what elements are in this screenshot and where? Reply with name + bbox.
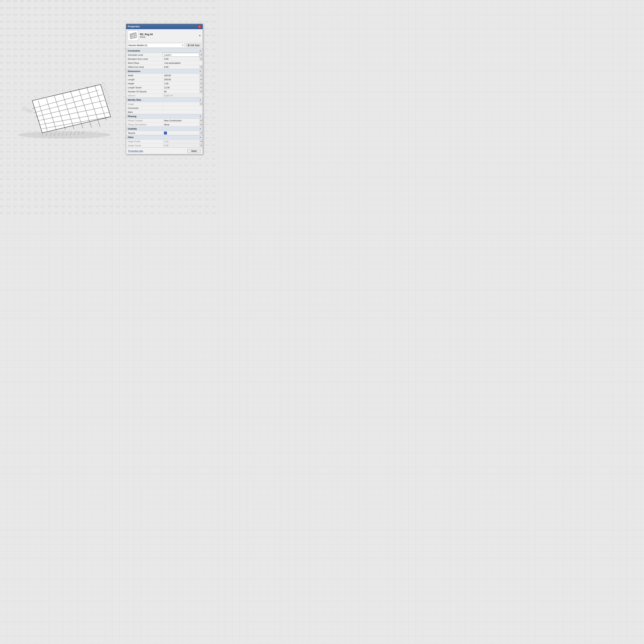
svg-line-29 [107,99,110,101]
watermark-text: RD [212,68,216,71]
watermark-text: RD [151,185,154,187]
prop-row-btn-phasing-0[interactable]: ▼ [199,119,203,122]
watermark-text: RD [75,205,79,208]
watermark-text: RD [14,212,17,215]
watermark-text: RD [212,48,216,50]
watermark-text: RD [89,178,93,180]
watermark-text: RD [109,27,113,30]
section-collapse-phasing[interactable]: « [200,115,201,118]
watermark-text: RD [109,212,113,215]
section-collapse-other[interactable]: « [200,136,201,139]
watermark-text: RD [55,48,58,50]
watermark-text: RD [0,171,4,173]
watermark-text: RD [7,103,10,105]
apply-button[interactable]: Apply [187,149,201,153]
section-collapse-identity_data[interactable]: « [200,98,201,101]
watermark-text: RD [14,27,17,30]
section-header-other[interactable]: Other« [126,135,203,139]
prop-value-constraints-0[interactable]: Level 1 [163,53,199,57]
properties-help-link[interactable]: Properties help [128,150,143,152]
watermark-text: RD [27,178,31,180]
section-header-phasing[interactable]: Phasing« [126,114,203,119]
watermark-text: RD [7,82,10,85]
prop-row-btn-dimensions-1[interactable]: ▼ [199,77,203,81]
header-dropdown-arrow[interactable]: ▼ [199,34,201,37]
watermark-text: RD [178,185,182,187]
watermark-text: RD [89,21,93,23]
watermark-text: RD [62,205,65,208]
prop-row-btn-dimensions-4[interactable]: ▼ [199,90,203,93]
prop-row-btn-constraints-0[interactable]: ▼ [199,53,203,57]
prop-row-btn-constraints-1[interactable]: ▼ [199,57,203,61]
section-header-dimensions[interactable]: Dimensions« [126,69,203,73]
watermark-text: RD [123,205,127,208]
section-collapse-dimensions[interactable]: « [200,70,201,73]
watermark-text: RD [7,55,10,57]
watermark-text: RD [14,34,17,37]
section-header-identity_data[interactable]: Identity Data« [126,98,203,102]
prop-value-dimensions-4: 50 [163,90,199,93]
watermark-text: RD [151,212,154,215]
table-row: Phase CreatedNew Construction▼ [126,119,203,123]
watermark-text: RD [75,21,79,23]
watermark-text: RD [68,212,72,215]
watermark-text: RD [75,27,79,30]
watermark-text: RD [212,151,216,153]
watermark-text: RD [109,68,113,71]
watermark-text: RD [178,7,182,9]
prop-label-identity_data-2: Mark [126,110,163,114]
watermark-text: RD [14,55,17,57]
watermark-text: RD [75,7,79,9]
table-row: Height1.00▼ [126,82,203,86]
section-label-identity_data: Identity Data [128,99,141,101]
watermark-text: RD [205,27,209,30]
watermark-text: RD [14,171,17,173]
watermark-text: RD [34,164,38,167]
prop-row-btn-constraints-3[interactable]: ▼ [199,65,203,69]
watermark-text: RD [116,109,120,112]
svg-line-4 [27,109,29,112]
prop-row-btn-dimensions-0[interactable]: ▼ [199,73,203,77]
prop-row-btn-other-1[interactable]: ▼ [199,143,203,147]
section-collapse-visibility[interactable]: « [200,127,201,130]
prop-row-btn-identity_data-0[interactable]: ▼ [199,102,203,106]
watermark-text: RD [68,178,72,180]
watermark-text: RD [116,55,120,57]
watermark-text: RD [205,21,209,23]
watermark-text: RD [34,185,38,187]
section-header-visibility[interactable]: Visibility« [126,127,203,131]
watermark-text: RD [7,41,10,43]
section-collapse-constraints[interactable]: « [200,49,201,52]
watermark-text: RD [68,48,72,50]
prop-row-btn-visibility-0[interactable]: ▼ [199,131,203,135]
panel-footer: Properties help Apply [126,148,203,154]
watermark-text: RD [75,198,79,201]
close-button[interactable]: ✕ [198,25,201,28]
watermark-text: RD [164,164,168,167]
table-row: Height Tassel0.40▼ [126,143,203,148]
watermark-text: RD [68,164,72,167]
watermark-text: RD [116,178,120,180]
prop-row-btn-other-0[interactable]: ▼ [199,139,203,143]
watermark-text: RD [14,157,17,160]
watermark-text: RD [130,198,134,201]
watermark-text: RD [212,171,216,173]
watermark-text: RD [68,55,72,57]
watermark-text: RD [41,192,45,194]
watermark-text: RD [62,192,65,194]
prop-row-btn-phasing-1[interactable]: ▼ [199,123,203,126]
prop-row-btn-dimensions-2[interactable]: ▼ [199,82,203,85]
watermark-text: RD [14,198,17,201]
checkbox-tassels[interactable]: ✓ [164,132,167,134]
type-dropdown[interactable]: Generic Models (1) ▼ [127,43,185,47]
section-header-constraints[interactable]: Constraints« [126,49,203,53]
prop-row-btn-dimensions-3[interactable]: ▼ [199,86,203,89]
watermark-text: RD [41,205,45,208]
edit-type-button[interactable]: ⊞ Edit Type [186,43,201,47]
watermark-text: RD [7,48,10,50]
prop-label-visibility-0: Tassels [126,131,163,135]
watermark-text: RD [34,198,38,201]
watermark-text: RD [48,157,52,160]
watermark-text: RD [123,14,127,16]
watermark-text: RD [89,62,93,64]
